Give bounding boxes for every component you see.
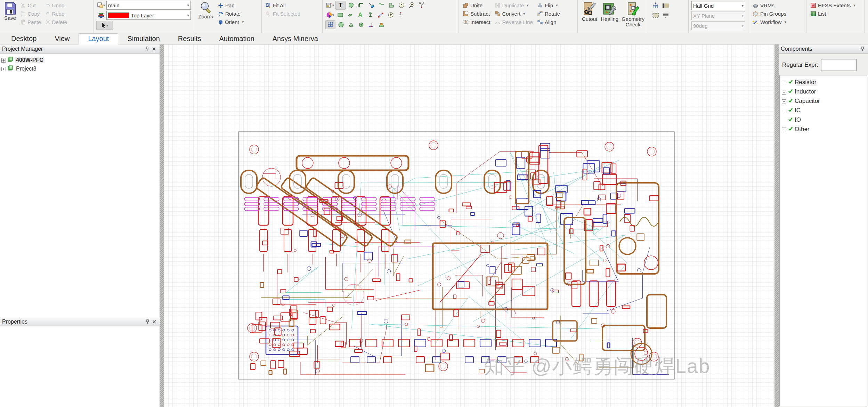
close-icon[interactable] bbox=[151, 46, 157, 52]
expand-plus-icon[interactable] bbox=[782, 127, 786, 131]
color-wheel-icon[interactable] bbox=[325, 11, 335, 19]
elbow-line-tool-icon[interactable] bbox=[356, 1, 366, 9]
net-point-tool-icon[interactable] bbox=[366, 1, 376, 9]
rotate-view-button[interactable]: Rotate bbox=[217, 10, 245, 18]
tab-results[interactable]: Results bbox=[169, 34, 210, 44]
subtract-button[interactable]: Subtract bbox=[462, 10, 492, 18]
tab-layout[interactable]: Layout bbox=[79, 33, 118, 44]
project-item-400w-pfc[interactable]: 400W-PFC bbox=[1, 56, 158, 64]
ground-symbol-icon[interactable] bbox=[396, 11, 405, 19]
hfss-extents-button[interactable]: HFSS Extents bbox=[809, 1, 857, 9]
geometry-check-button[interactable]: Geometry Check bbox=[620, 1, 646, 32]
layers-icon[interactable] bbox=[96, 11, 106, 19]
pin-icon[interactable] bbox=[859, 46, 866, 52]
expand-plus-icon[interactable] bbox=[1, 58, 6, 62]
orient-button[interactable]: Orient bbox=[217, 18, 245, 26]
snap-grid-icon[interactable] bbox=[651, 1, 660, 10]
bend-polyline-tool-icon[interactable] bbox=[346, 21, 356, 29]
grid-toggle-icon[interactable] bbox=[325, 20, 335, 29]
point-tool-icon[interactable] bbox=[366, 21, 376, 29]
polygon-tool-icon[interactable] bbox=[346, 1, 356, 9]
pin-icon[interactable] bbox=[144, 46, 151, 52]
pin-groups-button[interactable]: Pin Groups bbox=[751, 10, 787, 18]
component-category-resistor[interactable]: Resistor bbox=[780, 78, 866, 87]
box-3d-tool-icon[interactable] bbox=[356, 21, 366, 29]
pad-tool-icon[interactable] bbox=[376, 21, 386, 29]
cutout-button[interactable]: Cutout bbox=[581, 1, 599, 32]
fit-selected-button[interactable]: Fit Selected bbox=[265, 10, 301, 18]
circle-tool-icon[interactable] bbox=[336, 21, 346, 29]
pin-icon[interactable] bbox=[144, 319, 151, 325]
ribbon-tab-bar: Desktop View Layout Simulation Results A… bbox=[0, 33, 868, 44]
list-button[interactable]: List bbox=[809, 10, 857, 18]
plane-select[interactable]: XY Plane ▾ bbox=[691, 11, 745, 20]
tab-ansys-minerva[interactable]: Ansys Minerva bbox=[263, 34, 327, 44]
flip-button[interactable]: Flip bbox=[536, 1, 561, 9]
new-window-icon[interactable] bbox=[325, 1, 335, 9]
expand-plus-icon[interactable] bbox=[782, 89, 786, 94]
save-button[interactable]: Save bbox=[3, 1, 17, 32]
copy-button[interactable]: Copy bbox=[19, 10, 42, 18]
select-mode-icon[interactable] bbox=[96, 1, 106, 9]
tab-simulation[interactable]: Simulation bbox=[118, 34, 169, 44]
port-tool-icon[interactable] bbox=[417, 1, 426, 9]
duplicate-button[interactable]: Duplicate bbox=[494, 1, 534, 9]
angle-select[interactable]: 90deg ▾ bbox=[691, 21, 745, 30]
workflow-button[interactable]: Workflow bbox=[751, 18, 787, 26]
expand-plus-icon[interactable] bbox=[1, 66, 6, 71]
up-arrow-circle-icon[interactable] bbox=[386, 11, 395, 19]
redo-button[interactable]: Redo bbox=[44, 10, 68, 18]
left-splitter[interactable] bbox=[160, 44, 164, 407]
component-category-ic[interactable]: IC bbox=[780, 106, 866, 115]
fit-all-button[interactable]: Fit All bbox=[265, 1, 301, 9]
paste-button[interactable]: Paste bbox=[19, 18, 42, 26]
intersect-button[interactable]: Intersect bbox=[462, 18, 492, 26]
zoom-button[interactable]: Zoom bbox=[197, 1, 215, 32]
via-tool-icon[interactable] bbox=[366, 11, 375, 19]
outline-rect-icon[interactable] bbox=[651, 11, 660, 19]
right-splitter[interactable] bbox=[774, 44, 779, 407]
layout-selector[interactable]: main ▾ bbox=[106, 1, 191, 10]
plane-swatch-icon[interactable] bbox=[661, 1, 670, 10]
component-category-inductor[interactable]: Inductor bbox=[780, 87, 866, 96]
expand-plus-icon[interactable] bbox=[782, 80, 786, 84]
layout-editor-canvas[interactable]: 知乎 @小鳄勇闯硬焊Lab bbox=[164, 44, 774, 407]
text-tool-icon[interactable]: A bbox=[356, 11, 365, 19]
vrms-button[interactable]: VRMs bbox=[751, 1, 787, 9]
component-category-other[interactable]: Other bbox=[780, 124, 866, 134]
regex-input[interactable] bbox=[821, 59, 857, 71]
convert-button[interactable]: Convert bbox=[494, 10, 534, 18]
tab-view[interactable]: View bbox=[46, 34, 79, 44]
component-category-io[interactable]: IO bbox=[780, 115, 866, 124]
rectangle-tool-icon[interactable] bbox=[335, 11, 345, 19]
align-button[interactable]: Align bbox=[536, 18, 561, 26]
reverse-line-button[interactable]: Reverse Line bbox=[494, 18, 534, 26]
healing-button[interactable]: Healing bbox=[599, 1, 620, 32]
close-icon[interactable] bbox=[151, 319, 158, 325]
tab-desktop[interactable]: Desktop bbox=[2, 34, 46, 44]
check-icon bbox=[788, 98, 793, 105]
pan-button[interactable]: Pan bbox=[217, 1, 245, 9]
layer-stack-icon[interactable] bbox=[661, 11, 670, 19]
component-category-capacitor[interactable]: Capacitor bbox=[780, 96, 866, 106]
expand-plus-icon[interactable] bbox=[782, 99, 786, 103]
arc-tool-icon[interactable] bbox=[346, 11, 355, 19]
select-tool-button[interactable] bbox=[96, 21, 113, 30]
delete-button[interactable]: Delete bbox=[44, 18, 68, 26]
expand-plus-icon[interactable] bbox=[782, 108, 786, 113]
bold-text-tool-icon[interactable]: T bbox=[335, 1, 346, 10]
voltage-probe-icon[interactable] bbox=[407, 1, 416, 9]
tab-automation[interactable]: Automation bbox=[210, 34, 263, 44]
project-label: Project3 bbox=[15, 66, 38, 72]
grid-spacing-select[interactable]: Half Grid ▾ bbox=[691, 1, 745, 10]
undo-button[interactable]: Undo bbox=[44, 1, 68, 9]
layer-selector[interactable]: Top Layer ▾ bbox=[106, 11, 191, 20]
unite-button[interactable]: Unite bbox=[462, 1, 492, 9]
trace-tool-icon[interactable] bbox=[376, 11, 385, 19]
plus-minus-circle-icon[interactable] bbox=[397, 1, 406, 9]
project-item-project3[interactable]: Project3 bbox=[1, 64, 158, 73]
corner-tool-icon[interactable] bbox=[387, 1, 396, 9]
cut-button[interactable]: Cut bbox=[19, 1, 42, 9]
pin-tool-icon[interactable] bbox=[376, 1, 386, 9]
rotate-object-button[interactable]: Rotate bbox=[536, 10, 561, 18]
